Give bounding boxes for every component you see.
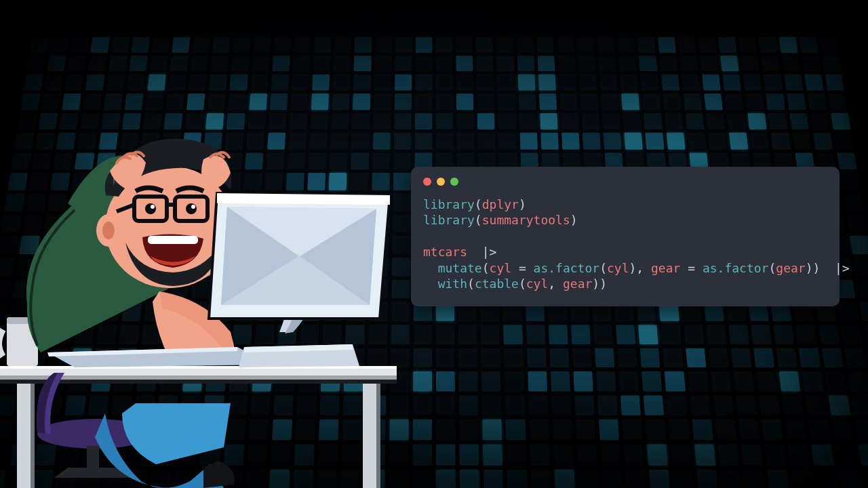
code-token: library (423, 213, 475, 227)
code-token: as.factor (703, 261, 769, 275)
code-token: mutate (438, 261, 482, 275)
code-block: library(dplyr) library(summarytools) mtc… (423, 197, 827, 291)
svg-rect-23 (148, 236, 198, 244)
code-token: , (636, 261, 651, 275)
window-traffic-lights (423, 178, 827, 186)
code-token: cyl (607, 261, 629, 275)
code-token: mtcars (423, 245, 467, 259)
svg-rect-5 (376, 384, 380, 488)
code-token: as.factor (534, 261, 600, 275)
svg-point-22 (191, 205, 195, 209)
code-window: library(dplyr) library(summarytools) mtc… (411, 167, 840, 306)
code-token: gear (651, 261, 680, 275)
code-token: gear (776, 261, 805, 275)
code-token: with (438, 277, 467, 291)
code-token: gear (563, 277, 592, 291)
code-token: , (548, 277, 563, 291)
cartoon-scene (0, 129, 407, 488)
code-token: ctable (475, 277, 519, 291)
code-token: |> (835, 261, 850, 275)
minimize-icon[interactable] (437, 178, 445, 186)
code-token: dplyr (482, 197, 519, 211)
svg-point-20 (186, 203, 197, 214)
close-icon[interactable] (423, 178, 431, 186)
code-token: = (511, 261, 534, 275)
svg-rect-2 (0, 366, 397, 369)
svg-point-19 (145, 203, 156, 214)
code-token: cyl (490, 261, 512, 275)
svg-point-14 (102, 222, 115, 239)
code-token: |> (482, 245, 497, 259)
maximize-icon[interactable] (450, 178, 458, 186)
code-token: summarytools (482, 213, 570, 227)
code-token: cyl (526, 277, 549, 291)
svg-point-21 (151, 205, 155, 209)
code-token: library (423, 197, 475, 211)
code-token: = (680, 261, 703, 275)
svg-rect-7 (31, 384, 35, 488)
